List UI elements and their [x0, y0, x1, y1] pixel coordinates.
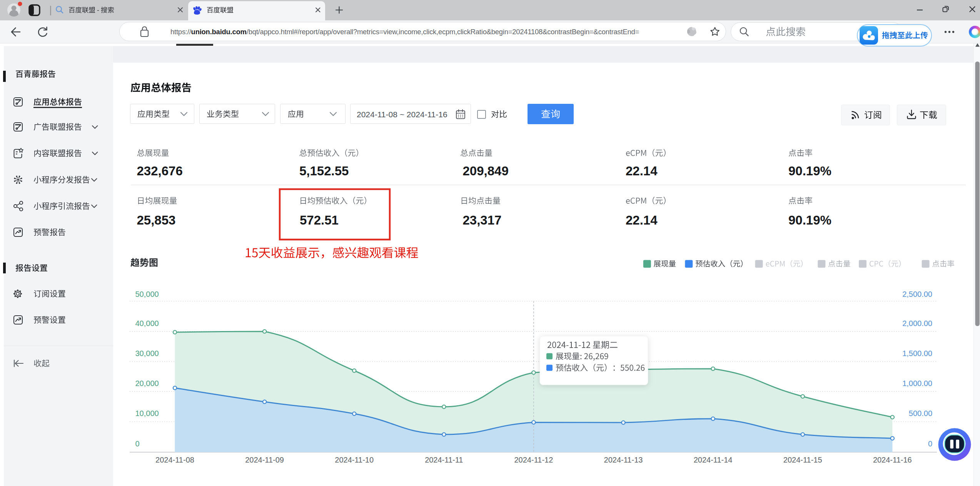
svg-text:500.00: 500.00	[909, 409, 932, 418]
svg-text:2024-11-14: 2024-11-14	[694, 456, 733, 464]
svg-text:10,000: 10,000	[135, 409, 159, 418]
svg-text:572.51: 572.51	[300, 213, 339, 227]
svg-text:90.19%: 90.19%	[788, 164, 831, 178]
svg-text:0: 0	[928, 439, 932, 448]
svg-text:20,000: 20,000	[135, 379, 159, 388]
svg-text:2,500.00: 2,500.00	[902, 290, 932, 298]
svg-text:22.14: 22.14	[626, 213, 658, 227]
svg-text:209,849: 209,849	[463, 164, 509, 178]
svg-text:https://union.baidu.com/bqt/ap: https://union.baidu.com/bqt/appco.html#/…	[170, 28, 639, 36]
svg-text:2024-11-13: 2024-11-13	[604, 456, 643, 464]
svg-text:2024-11-09: 2024-11-09	[245, 456, 284, 464]
svg-text:2024-11-15: 2024-11-15	[783, 456, 822, 464]
svg-text:23,317: 23,317	[463, 213, 502, 227]
svg-text:40,000: 40,000	[135, 319, 159, 328]
svg-text:50,000: 50,000	[135, 290, 159, 298]
svg-text:2024-11-16: 2024-11-16	[873, 456, 912, 464]
svg-text:2024-11-10: 2024-11-10	[335, 456, 374, 464]
svg-text:22.14: 22.14	[626, 164, 658, 178]
svg-text:232,676: 232,676	[137, 164, 183, 178]
svg-text:1,000.00: 1,000.00	[902, 379, 932, 388]
svg-text:2024-11-11: 2024-11-11	[425, 456, 463, 464]
svg-text:90.19%: 90.19%	[788, 213, 831, 227]
svg-text:25,853: 25,853	[137, 213, 176, 227]
svg-text:2024-11-08: 2024-11-08	[155, 456, 194, 464]
svg-text:2024-11-12: 2024-11-12	[514, 456, 553, 464]
svg-text:2024-11-08 ~ 2024-11-16: 2024-11-08 ~ 2024-11-16	[357, 110, 447, 119]
svg-text:0: 0	[135, 439, 140, 448]
svg-text:1,500.00: 1,500.00	[902, 349, 932, 358]
svg-text:30,000: 30,000	[135, 349, 159, 358]
svg-text:5,152.55: 5,152.55	[299, 164, 349, 178]
svg-text:2,000.00: 2,000.00	[902, 319, 932, 328]
